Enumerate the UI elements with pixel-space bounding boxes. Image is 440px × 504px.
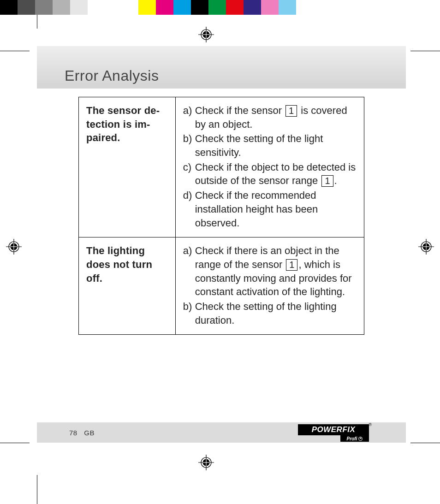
color-calibration-strip [0, 0, 440, 15]
crop-rule [0, 51, 30, 51]
color-swatch [156, 0, 173, 15]
solution-cell: a)Check if there is an object in the ran… [175, 237, 364, 335]
item-pre: Check if the recommended installation he… [195, 190, 318, 228]
color-swatch [279, 0, 296, 15]
item-label: b) [183, 300, 195, 327]
plus-icon: + [358, 437, 363, 441]
problem-cell: The sensor de­tection is im­paired. [79, 97, 176, 237]
solution-item: b)Check the setting of the light sensiti… [183, 132, 357, 159]
brand-subline: Profi + [340, 435, 369, 442]
color-swatch [244, 0, 261, 15]
registration-mark-icon [418, 239, 434, 255]
item-text: Check the setting of the light sensitivi… [195, 132, 357, 159]
crop-rule [37, 15, 37, 29]
crop-rule [410, 443, 440, 443]
color-swatch [261, 0, 279, 15]
color-swatch [191, 0, 208, 15]
problem-cell: The lighting does not turn off. [79, 237, 176, 335]
registration-mark-icon [198, 27, 214, 42]
part-reference: 1 [285, 105, 297, 117]
color-swatch [208, 0, 226, 15]
item-label: a) [183, 244, 195, 299]
brand-name: POWERFIX [298, 424, 369, 435]
item-label: b) [183, 132, 195, 159]
crop-rule [410, 51, 440, 51]
registered-icon: ® [369, 422, 372, 427]
part-reference: 1 [321, 175, 333, 187]
item-pre: Check if the sensor [195, 105, 285, 116]
color-swatch [226, 0, 244, 15]
crop-rule [0, 443, 30, 443]
color-swatch [105, 0, 122, 15]
item-text: Check if there is an object in the range… [195, 244, 357, 299]
color-swatch [138, 0, 156, 15]
item-text: Check if the recommended installation he… [195, 189, 357, 230]
solution-item: a)Check if there is an object in the ran… [183, 244, 357, 299]
solution-item: a)Check if the sensor 1 is covered by an… [183, 104, 357, 131]
page-lang: GB [84, 429, 95, 437]
color-swatch [173, 0, 191, 15]
color-swatch [53, 0, 70, 15]
crop-rule [37, 475, 37, 504]
table-row: The lighting does not turn off.a)Check i… [79, 237, 364, 335]
brand-logo: POWERFIX ® Profi + [298, 424, 369, 441]
item-post: . [334, 175, 337, 186]
color-swatch [0, 0, 18, 15]
registration-mark-icon [198, 455, 214, 470]
color-swatch [296, 0, 314, 15]
error-analysis-table: The sensor de­tection is im­paired.a)Che… [78, 97, 364, 335]
part-reference: 1 [286, 259, 297, 271]
item-label: d) [183, 189, 195, 230]
page-number-value: 78 [69, 429, 77, 437]
item-text: Check if the object to be de­tected is o… [195, 160, 357, 188]
item-text: Check if the sensor 1 is covered by an o… [195, 104, 357, 131]
item-label: c) [183, 160, 195, 188]
page-title: Error Analysis [65, 67, 159, 84]
color-swatch [88, 0, 105, 15]
problem-text: The lighting does not turn off. [86, 245, 152, 284]
page-number: 78 GB [69, 429, 95, 437]
brand-sub-text: Profi [347, 436, 357, 441]
solution-cell: a)Check if the sensor 1 is covered by an… [175, 97, 364, 237]
item-label: a) [183, 104, 195, 131]
item-pre: Check the setting of the light sensitivi… [195, 133, 323, 158]
color-swatch [122, 0, 138, 15]
item-text: Check the setting of the light­ing durat… [195, 300, 357, 327]
solution-item: c)Check if the object to be de­tected is… [183, 160, 357, 188]
color-swatch [70, 0, 88, 15]
solution-item: d)Check if the recommended installation … [183, 189, 357, 230]
registration-mark-icon [6, 239, 22, 255]
table-row: The sensor de­tection is im­paired.a)Che… [79, 97, 364, 237]
problem-text: The sensor de­tection is im­paired. [86, 105, 160, 143]
item-pre: Check the setting of the light­ing durat… [195, 301, 337, 326]
solution-item: b)Check the setting of the light­ing dur… [183, 300, 357, 327]
color-swatch [35, 0, 53, 15]
color-swatch [18, 0, 35, 15]
